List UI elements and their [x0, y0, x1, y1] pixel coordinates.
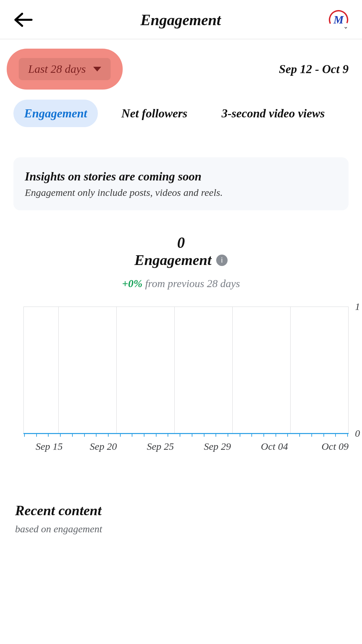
stories-notice-card: Insights on stories are coming soon Enga…: [13, 157, 349, 210]
recent-content-title: Recent content: [15, 502, 349, 519]
x-tick-label: Sep 29: [189, 441, 246, 452]
back-arrow-icon[interactable]: [13, 12, 33, 28]
metric-summary: 0 Engagement i +0% from previous 28 days: [0, 234, 362, 290]
x-tick-label: Oct 09: [303, 441, 349, 452]
recent-content-subtitle: based on engagement: [15, 523, 349, 535]
chevron-down-icon: ⌄: [342, 23, 349, 30]
y-tick-top: 1: [355, 301, 360, 312]
date-range-selector[interactable]: Last 28 days: [19, 58, 111, 80]
engagement-chart: 1 0 Sep 15 Sep 20 Sep 25 Sep 29 Oct 04 O…: [23, 307, 349, 452]
chart-plot-area: 1 0: [23, 307, 349, 434]
y-tick-bottom: 0: [355, 428, 360, 439]
notice-title: Insights on stories are coming soon: [25, 169, 337, 183]
tab-video-views[interactable]: 3-second video views: [211, 100, 336, 127]
x-tick-label: Oct 04: [246, 441, 303, 452]
x-tick-marks: [23, 433, 349, 437]
tab-engagement[interactable]: Engagement: [13, 100, 98, 127]
date-range-label: Last 28 days: [28, 63, 86, 75]
date-range-highlight: Last 28 days: [7, 49, 123, 90]
info-icon[interactable]: i: [216, 255, 228, 266]
x-tick-label: Sep 15: [23, 441, 75, 452]
recent-content-section: Recent content based on engagement: [15, 502, 349, 535]
header-bar: Engagement M ⌄: [0, 0, 362, 39]
caret-down-icon: [93, 67, 101, 71]
x-tick-label: Sep 25: [132, 441, 189, 452]
x-axis-labels: Sep 15 Sep 20 Sep 25 Sep 29 Oct 04 Oct 0…: [23, 441, 349, 452]
date-range-row: Last 28 days Sep 12 - Oct 9: [0, 39, 362, 90]
notice-subtitle: Engagement only include posts, videos an…: [25, 187, 337, 198]
delta-row: +0% from previous 28 days: [0, 277, 362, 290]
metric-tabs: Engagement Net followers 3-second video …: [0, 90, 362, 127]
engagement-label: Engagement: [134, 252, 212, 269]
page-title: Engagement: [33, 11, 328, 29]
delta-value: +0%: [122, 277, 142, 289]
account-switcher[interactable]: M ⌄: [328, 10, 349, 30]
delta-note: from previous 28 days: [145, 277, 240, 289]
date-range-text: Sep 12 - Oct 9: [279, 62, 349, 76]
tab-net-followers[interactable]: Net followers: [111, 100, 198, 127]
x-tick-label: Sep 20: [75, 441, 132, 452]
engagement-value: 0: [0, 234, 362, 252]
